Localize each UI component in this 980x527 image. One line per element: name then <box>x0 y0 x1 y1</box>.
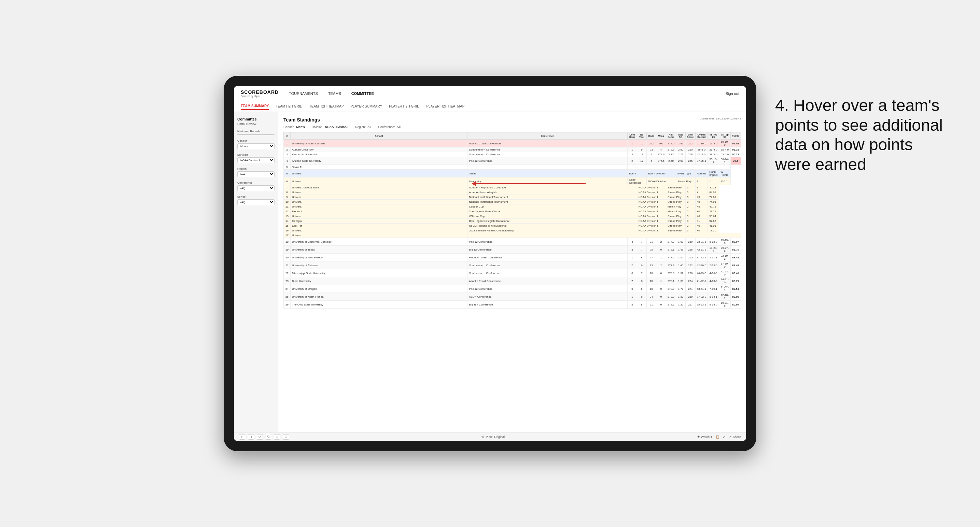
cell-points[interactable]: 80.54 <box>730 285 741 293</box>
logo-sub: Powered by clippi <box>241 95 278 97</box>
cell-event: Event <box>628 170 647 178</box>
cell-low-score: 260 <box>686 148 695 152</box>
sidebar-select-gender[interactable]: Men's <box>237 143 275 149</box>
cell-conf-rank: 3 <box>628 246 637 254</box>
cell-adj-score: 278.1 <box>666 277 676 285</box>
cell-avg-sg: 2.86 <box>676 140 686 148</box>
tab-team-summary[interactable]: TEAM SUMMARY <box>241 103 269 110</box>
cell-points[interactable]: 88.48 <box>730 262 741 269</box>
share-button[interactable]: ↗ Share <box>729 435 741 439</box>
cell-rank: 3 <box>284 152 291 157</box>
top-nav: SCOREBOARD Powered by clippi TOURNAMENTS… <box>234 86 746 101</box>
nav-teams[interactable]: TEAMS <box>328 90 341 97</box>
report-header: Team Standings Update time: 13/03/2024 1… <box>283 117 741 122</box>
cell-points[interactable]: 88.70 <box>730 246 741 254</box>
cell-points[interactable]: 83.89 <box>730 293 741 301</box>
cell-vs-top25: 4-13-0 <box>708 277 719 285</box>
view-label[interactable]: View: Original <box>486 435 505 439</box>
cell-conf-rank: 1 <box>628 254 637 262</box>
expand-button[interactable]: ⤢ <box>723 435 725 439</box>
th-avg-sg: Avg. SG <box>676 132 686 140</box>
cell-rank: 20 <box>284 254 291 262</box>
cell-points[interactable]: 88.71 <box>730 277 741 285</box>
cell-event: Ben Hogan Collegiate Invitational <box>468 219 637 224</box>
cell-no-tour: 9 <box>637 148 647 152</box>
cell-event-type: Stroke Play <box>666 200 686 205</box>
tab-player-h2h-heatmap[interactable]: PLAYER H2H HEATMAP <box>426 103 465 110</box>
cell-points[interactable]: 93.31 <box>730 148 741 152</box>
filter-conference: Conference: All <box>378 125 401 129</box>
nav-committee[interactable]: COMMITTEE <box>352 90 374 97</box>
cell-points[interactable]: 97.02 <box>730 140 741 148</box>
cell-points[interactable]: 80.94 <box>730 301 741 308</box>
cell-rounds: 3 <box>686 200 695 205</box>
cell-adj-score: 278.6 <box>666 269 676 277</box>
toolbar-undo-button[interactable]: ↩ <box>239 434 245 440</box>
cell-event: OFCC Fighting Illini Invitational <box>468 224 637 229</box>
cell-rounds: 3 <box>686 229 695 233</box>
cell-conference: Pac-12 Conference <box>468 285 628 293</box>
sidebar-select-school[interactable]: (All) <box>237 199 275 205</box>
cell-conf-rank: 7 <box>628 277 637 285</box>
tab-player-h2h-grid[interactable]: PLAYER H2H GRID <box>389 103 419 110</box>
cell-low-score: 271 <box>686 285 695 293</box>
toolbar-timer-button[interactable]: ⏱ <box>283 434 289 440</box>
cell-rank-impact: +0 <box>695 224 708 229</box>
cell-adj-score: 277.2 <box>666 238 676 246</box>
cell-overall-record: 67-10-0 <box>695 140 708 148</box>
cell-rounds: 3 <box>686 185 695 190</box>
cell-no-tour: 6 <box>637 262 647 269</box>
sidebar-slider-min-rounds[interactable] <box>237 134 275 135</box>
toolbar-copy-button[interactable]: ⧉ <box>266 434 271 440</box>
table-row: 26 The Ohio State University Big Ten Con… <box>284 301 741 308</box>
sidebar-select-division[interactable]: NCAA Division I <box>237 157 275 163</box>
cell-vs-top50: 32-19-2 <box>719 254 730 262</box>
cell-event: Cabo Collegiate <box>628 178 647 185</box>
sidebar-select-region[interactable]: N/A <box>237 171 275 177</box>
toolbar-redo-button[interactable]: ↪ <box>248 434 254 440</box>
cell-avg-sg: 2.82 <box>676 148 686 152</box>
cell-rank-impact: +1 <box>695 219 708 224</box>
sign-out-button[interactable]: Sign out <box>722 92 739 95</box>
toolbar-grid-button[interactable]: ⊞ <box>274 434 280 440</box>
cell-rounds: 2 <box>686 205 695 209</box>
cell-rounds: 3 <box>695 178 708 185</box>
cell-vs-top25: 7-19-1 <box>708 285 719 293</box>
cell-rank-impact: +5 <box>695 205 708 209</box>
cell-no-tour: 8 <box>637 293 647 301</box>
cell-overall-record: 87-22-3 <box>695 293 708 301</box>
tab-team-h2h-heatmap[interactable]: TEAM H2H HEATMAP <box>309 103 344 110</box>
toolbar-refresh-button[interactable]: ⟳ <box>257 434 263 440</box>
cell-no-tour: 6 <box>637 285 647 293</box>
tab-player-summary[interactable]: PLAYER SUMMARY <box>351 103 382 110</box>
filter-division-label: Division: <box>312 125 323 129</box>
tooltip-row: 9 Univers. National Invitational Tournam… <box>284 195 741 200</box>
nav-tournaments[interactable]: TOURNAMENTS <box>289 90 318 97</box>
tooltip-row: 13 Univers. Williams Cup NCAA Division I… <box>284 214 741 219</box>
cell-rank: 6 <box>284 170 291 178</box>
cell-points[interactable]: 83.41 <box>730 269 741 277</box>
cell-school: Auburn University <box>291 148 468 152</box>
cell-points[interactable]: 88.07 <box>730 238 741 246</box>
clipboard-button[interactable]: 📋 <box>716 435 719 439</box>
table-row: 3 Vanderbilt University Southeastern Con… <box>284 152 741 157</box>
cell-adj-score: 272.0 <box>666 140 676 148</box>
cell-points[interactable]: 88.49 <box>730 254 741 262</box>
cell-points[interactable]: 79.5 <box>730 157 741 165</box>
cell-rank: 5 <box>284 165 291 170</box>
cell-points[interactable]: 90.32 <box>730 152 741 157</box>
tab-team-h2h-grid[interactable]: TEAM H2H GRID <box>275 103 302 110</box>
cell-overall-record: 42-20-0 <box>695 262 708 269</box>
sidebar-select-conference[interactable]: (All) <box>237 185 275 191</box>
cell-event-division: NCAA Division I <box>637 190 666 195</box>
cell-rounds: 3 <box>686 195 695 200</box>
watch-button[interactable]: 👁 Watch ▾ <box>697 435 712 439</box>
cell-rank: 21 <box>284 262 291 269</box>
cell-no-tour: 7 <box>637 246 647 254</box>
cell-event-type: Stroke Play <box>666 214 686 219</box>
cell-adj-score: 278.1 <box>666 246 676 254</box>
cell-rounds: 3 <box>686 190 695 195</box>
th-rank: # <box>284 132 291 140</box>
cell-adj-score: 2.73 <box>666 152 676 157</box>
cell-overall-record: 87-25-1 <box>695 157 708 165</box>
